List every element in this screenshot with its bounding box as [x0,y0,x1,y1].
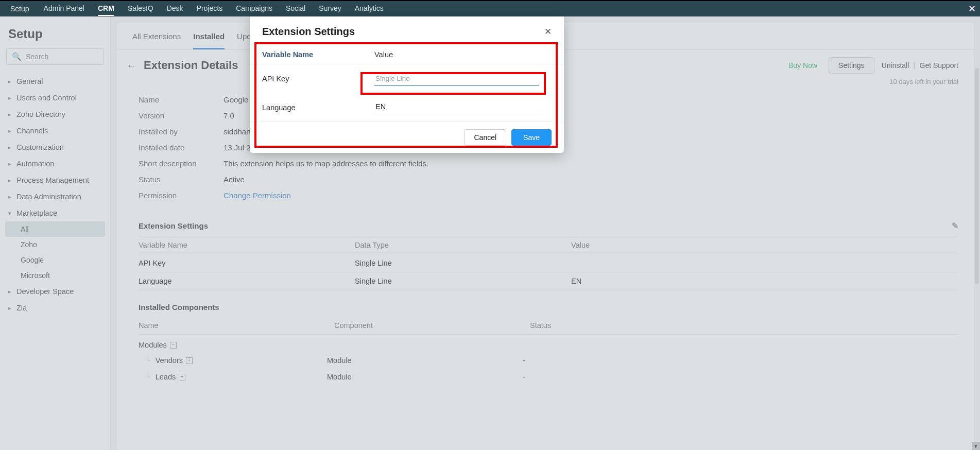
nav-social[interactable]: Social [286,2,305,16]
save-button[interactable]: Save [511,129,552,146]
modal-col-header: Variable Name [262,50,374,59]
brand: Setup [10,5,29,13]
top-nav-items: Admin Panel CRM SalesIQ Desk Projects Ca… [44,2,384,16]
nav-analytics[interactable]: Analytics [355,2,384,16]
nav-crm[interactable]: CRM [98,2,114,16]
close-icon[interactable]: ✕ [968,3,976,14]
language-value[interactable]: EN [374,100,539,114]
nav-campaigns[interactable]: Campaigns [236,2,272,16]
nav-projects[interactable]: Projects [197,2,223,16]
modal-title: Extension Settings [262,26,355,38]
top-nav: Setup Admin Panel CRM SalesIQ Desk Proje… [0,1,980,16]
nav-admin-panel[interactable]: Admin Panel [44,2,84,16]
nav-salesiq[interactable]: SalesIQ [128,2,153,16]
extension-settings-modal: Extension Settings ✕ Variable Name Value… [250,16,564,153]
api-key-input[interactable] [374,72,539,86]
modal-col-header: Value [374,50,552,59]
modal-row-label: API Key [262,75,374,83]
nav-desk[interactable]: Desk [167,2,183,16]
scroll-down-icon[interactable]: ▾ [972,442,980,450]
modal-close-icon[interactable]: ✕ [544,26,552,37]
nav-survey[interactable]: Survey [319,2,341,16]
cancel-button[interactable]: Cancel [464,129,506,146]
scrollbar-thumb[interactable] [975,68,979,284]
modal-row-label: Language [262,103,374,112]
